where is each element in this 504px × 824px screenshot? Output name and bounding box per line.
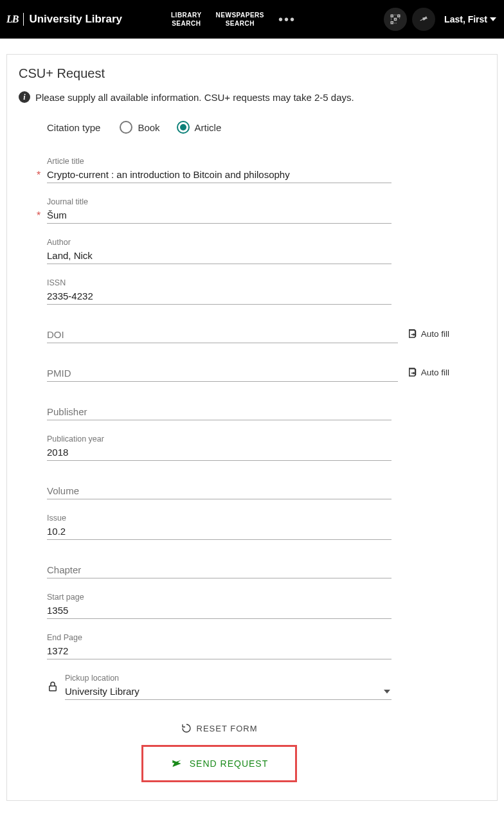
field-start-page: Start page	[47, 593, 392, 619]
autofill-label: Auto fill	[421, 368, 449, 377]
issn-input[interactable]	[47, 289, 392, 305]
volume-input[interactable]	[47, 475, 392, 499]
lock-icon	[47, 681, 59, 700]
radio-circle-book	[120, 121, 132, 134]
pickup-select[interactable]: Pickup location	[65, 674, 392, 700]
article-title-input[interactable]	[47, 167, 392, 183]
pin-svg	[419, 14, 429, 24]
reset-label: RESET FORM	[197, 724, 258, 733]
more-menu-icon[interactable]: •••	[278, 12, 296, 27]
field-pickup-location: Pickup location	[47, 674, 392, 700]
publication-year-input[interactable]	[47, 445, 392, 461]
logo-divider	[23, 13, 24, 26]
field-issue: Issue	[47, 514, 392, 540]
top-bar: LB University Library LIBRARY SEARCH NEW…	[0, 0, 504, 39]
end-page-input[interactable]	[47, 643, 392, 659]
end-page-label: End Page	[47, 633, 392, 642]
radio-article-label: Article	[195, 122, 222, 133]
field-pmid	[47, 357, 398, 382]
field-publication-year: Publication year	[47, 434, 392, 461]
pmid-row: Auto fill	[47, 357, 449, 382]
radio-circle-article	[177, 121, 190, 134]
info-text: Please supply all available information.…	[35, 92, 354, 103]
chapter-input[interactable]	[47, 554, 392, 578]
citation-type-row: Citation type Book Article	[47, 121, 392, 134]
article-title-label: Article title	[47, 157, 392, 166]
field-article-title: * Article title	[47, 157, 392, 183]
info-icon: i	[19, 91, 30, 103]
card-title: CSU+ Request	[19, 66, 485, 81]
author-input[interactable]	[47, 248, 392, 264]
send-icon	[170, 758, 183, 769]
journal-title-input[interactable]	[47, 208, 392, 224]
svg-rect-0	[395, 19, 397, 21]
author-label: Author	[47, 238, 392, 247]
logo-text: University Library	[29, 13, 122, 26]
radio-book[interactable]: Book	[120, 121, 159, 134]
field-author: Author	[47, 238, 392, 264]
field-volume	[47, 475, 392, 499]
nav-library-search[interactable]: LIBRARY SEARCH	[167, 8, 206, 30]
pmid-autofill-button[interactable]: Auto fill	[407, 366, 449, 382]
journal-title-label: Journal title	[47, 197, 392, 206]
doi-input[interactable]	[47, 319, 398, 343]
qr-icon[interactable]	[384, 8, 407, 31]
citation-type-label: Citation type	[47, 122, 100, 133]
send-label: SEND REQUEST	[190, 758, 268, 769]
publication-year-label: Publication year	[47, 434, 392, 443]
field-publisher	[47, 396, 392, 420]
send-highlight: SEND REQUEST	[141, 745, 297, 782]
required-star: *	[37, 170, 40, 181]
pickup-label: Pickup location	[65, 674, 392, 683]
autofill-icon	[407, 328, 419, 339]
form-actions: RESET FORM SEND REQUEST	[47, 723, 392, 782]
issue-input[interactable]	[47, 524, 392, 540]
field-chapter	[47, 554, 392, 578]
radio-article[interactable]: Article	[177, 121, 222, 134]
autofill-label: Auto fill	[421, 329, 449, 339]
reset-icon	[181, 723, 192, 733]
nav-links: LIBRARY SEARCH NEWSPAPERS SEARCH	[167, 8, 268, 30]
field-doi	[47, 319, 398, 343]
info-row: i Please supply all available informatio…	[19, 91, 485, 103]
field-issn: ISSN	[47, 278, 392, 305]
field-end-page: End Page	[47, 633, 392, 659]
qr-svg	[390, 13, 401, 25]
caret-down-icon	[490, 17, 496, 21]
logo[interactable]: LB University Library	[5, 13, 122, 26]
start-page-label: Start page	[47, 593, 392, 602]
top-right: Last, First	[384, 8, 496, 31]
nav-newspapers-search[interactable]: NEWSPAPERS SEARCH	[212, 8, 268, 30]
start-page-input[interactable]	[47, 603, 392, 619]
required-star: *	[37, 210, 40, 222]
autofill-icon	[407, 366, 419, 378]
issn-label: ISSN	[47, 278, 392, 287]
logo-mark: LB	[6, 13, 18, 25]
request-card: CSU+ Request i Please supply all availab…	[6, 54, 498, 801]
pickup-value[interactable]	[65, 684, 392, 700]
user-menu[interactable]: Last, First	[440, 14, 496, 24]
chevron-down-icon	[384, 690, 390, 694]
svg-rect-1	[50, 686, 57, 691]
user-label: Last, First	[444, 14, 487, 24]
reset-button[interactable]: RESET FORM	[181, 723, 258, 733]
doi-autofill-button[interactable]: Auto fill	[407, 328, 449, 343]
doi-row: Auto fill	[47, 319, 449, 343]
form-area: Citation type Book Article * Article tit…	[19, 121, 392, 782]
field-journal-title: * Journal title	[47, 197, 392, 224]
publisher-input[interactable]	[47, 396, 392, 420]
pin-icon[interactable]	[412, 8, 435, 31]
pmid-input[interactable]	[47, 357, 398, 382]
issue-label: Issue	[47, 514, 392, 523]
radio-book-label: Book	[138, 122, 159, 133]
send-button[interactable]: SEND REQUEST	[170, 758, 268, 769]
